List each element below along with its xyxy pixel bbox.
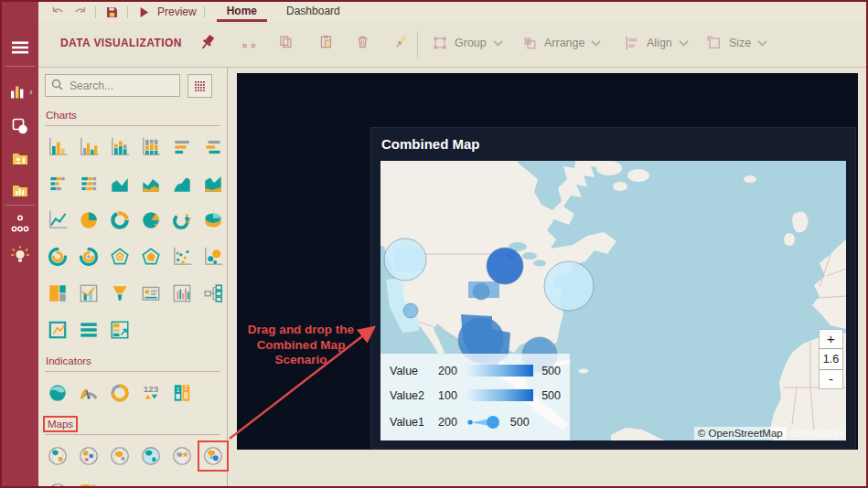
divider	[417, 31, 418, 58]
legend-min: 200	[438, 416, 457, 429]
rail-item-insights[interactable]	[2, 243, 38, 269]
group-menu[interactable]: Group	[432, 35, 503, 51]
divider	[127, 6, 128, 18]
palette-icon-range-navigator[interactable]	[45, 317, 70, 343]
palette-icon-doughnut-scatter-chart[interactable]	[169, 207, 195, 233]
palette-icon-area-chart[interactable]	[107, 171, 133, 196]
palette-icon-treemap-chart[interactable]	[45, 281, 70, 306]
rail-item-data-visualization[interactable]: ›	[2, 79, 38, 104]
quick-access-bar: Preview Home Dashboard	[38, 2, 866, 22]
palette-icon-stacked-area-chart[interactable]	[138, 171, 164, 196]
palette-icon-combined-map[interactable]	[200, 443, 226, 469]
grid-view-button[interactable]	[188, 74, 212, 98]
palette-icon-radar-chart[interactable]	[138, 244, 164, 270]
rail-item-menu[interactable]	[2, 35, 38, 60]
palette-icon-3d-pie-chart[interactable]	[200, 207, 226, 233]
map-bubble-3[interactable]	[544, 261, 594, 311]
annotation-text: Drag and drop the Combined Map Scenario	[236, 323, 366, 368]
rail-item-shapes[interactable]	[2, 113, 38, 139]
legend-gradient-bar	[466, 365, 533, 377]
palette-icon-sparkline-chart[interactable]	[169, 281, 195, 306]
paste-button[interactable]	[318, 34, 334, 49]
legend-gradient-bar	[466, 389, 533, 401]
palette-icon-range-area-chart[interactable]	[200, 171, 226, 196]
palette-icon-kpi-card[interactable]: 12	[169, 380, 195, 406]
palette-icon-stacked-bar-100-chart[interactable]	[76, 171, 102, 196]
copy-button[interactable]	[278, 34, 294, 49]
palette-icon-linear-gauge[interactable]	[45, 380, 70, 406]
palette-icon-bubble-map[interactable]	[76, 443, 102, 469]
palette-icon-circular-gauge[interactable]	[76, 380, 102, 406]
group-label: Group	[455, 37, 487, 49]
rail-item-hierarchy[interactable]	[2, 211, 38, 237]
palette-icon-grid-widget[interactable]	[76, 317, 102, 343]
palette-icon-bar-chart[interactable]	[169, 134, 195, 160]
palette-icon-line-chart[interactable]	[45, 207, 70, 233]
combined-map-widget[interactable]: Combined Map	[370, 127, 856, 449]
palette-icon-pie-variant-chart[interactable]	[138, 207, 164, 233]
palette-icon-bubble-chart[interactable]	[200, 244, 226, 270]
size-icon	[706, 35, 723, 51]
map-bubble-4[interactable]	[403, 303, 418, 318]
map-area[interactable]: Value 200 500 Value2 100 500 Value1 200	[380, 161, 846, 440]
map-attribution: © OpenStreetMap contributors	[694, 428, 844, 439]
palette-icon-clustered-column-chart[interactable]	[76, 134, 102, 160]
arrange-menu[interactable]: Arrange	[521, 35, 601, 51]
palette-icon-card-widget[interactable]	[138, 281, 164, 306]
palette-icon-pivot-grid[interactable]	[107, 317, 133, 343]
redo-button[interactable]	[71, 4, 88, 20]
align-menu[interactable]: Align	[624, 35, 689, 51]
preview-button[interactable]: Preview	[135, 4, 197, 20]
section-label-charts: Charts	[45, 108, 220, 126]
palette-icon-scatter-chart[interactable]	[169, 244, 195, 270]
rail-item-data-sources[interactable]	[2, 145, 38, 171]
size-menu[interactable]: Size	[706, 35, 767, 51]
map-bubble-2[interactable]	[473, 283, 489, 300]
palette-icon-stacked-bar-chart[interactable]	[45, 171, 70, 196]
search-box[interactable]	[45, 74, 180, 97]
palette-icon-osm-map[interactable]	[45, 480, 70, 488]
palette-icon-polar-chart[interactable]	[107, 244, 133, 270]
rail-divider	[5, 205, 35, 206]
palette-icon-hierarchy-chart[interactable]	[200, 281, 226, 306]
palette-icon-funnel-chart[interactable]	[107, 281, 133, 306]
palette-icon-progress-ring[interactable]	[107, 380, 133, 406]
palette-icon-pie-chart[interactable]	[76, 207, 102, 233]
osm-attribution-link[interactable]: © OpenStreetMap	[694, 427, 787, 440]
rail-divider	[5, 66, 35, 67]
palette-icon-column-chart[interactable]	[45, 134, 70, 160]
pin-icon[interactable]	[198, 33, 217, 51]
palette-icon-clustered-bar-chart[interactable]	[200, 134, 226, 160]
section-label-indicators: Indicators	[45, 354, 220, 372]
map-bubble-0[interactable]	[384, 239, 426, 281]
cut-button[interactable]	[241, 34, 257, 49]
palette-icon-doughnut-chart[interactable]	[107, 207, 133, 233]
save-button[interactable]	[103, 4, 120, 20]
zoom-out-button[interactable]: -	[820, 370, 842, 388]
delete-button[interactable]	[355, 34, 370, 49]
legend-row-value2: Value2 100 500	[380, 389, 570, 402]
rail-item-dashboards[interactable]	[2, 177, 38, 203]
dashboard-canvas[interactable]: Combined Map	[237, 73, 858, 450]
search-input[interactable]	[68, 79, 174, 93]
palette-icon-shape-map[interactable]	[138, 443, 164, 469]
palette-icon-combination-chart[interactable]	[76, 281, 102, 306]
palette-icon-pin-map[interactable]	[169, 443, 195, 469]
palette-icon-grid-map[interactable]	[76, 480, 102, 488]
palette-icon-radial-bar-chart[interactable]	[45, 244, 70, 270]
format-painter-button[interactable]	[393, 34, 409, 49]
tab-dashboard[interactable]: Dashboard	[272, 2, 355, 22]
palette-icon-stacked-column-100-chart[interactable]	[138, 134, 164, 160]
palette-icon-number-kpi[interactable]: 123	[138, 380, 164, 406]
palette-icon-stacked-column-chart[interactable]	[107, 134, 133, 160]
palette-icon-marker-map[interactable]	[107, 443, 133, 469]
palette-icon-spline-area-chart[interactable]	[169, 171, 195, 196]
zoom-in-button[interactable]: +	[820, 330, 842, 348]
palette-icon-circular-bar-chart[interactable]	[76, 244, 102, 270]
palette-icon-choropleth-map[interactable]	[45, 443, 70, 469]
chevron-down-icon	[493, 40, 503, 47]
undo-button[interactable]	[49, 4, 66, 20]
map-bubble-1[interactable]	[487, 248, 523, 284]
tab-home[interactable]: Home	[212, 2, 272, 22]
arrange-label: Arrange	[544, 37, 584, 49]
